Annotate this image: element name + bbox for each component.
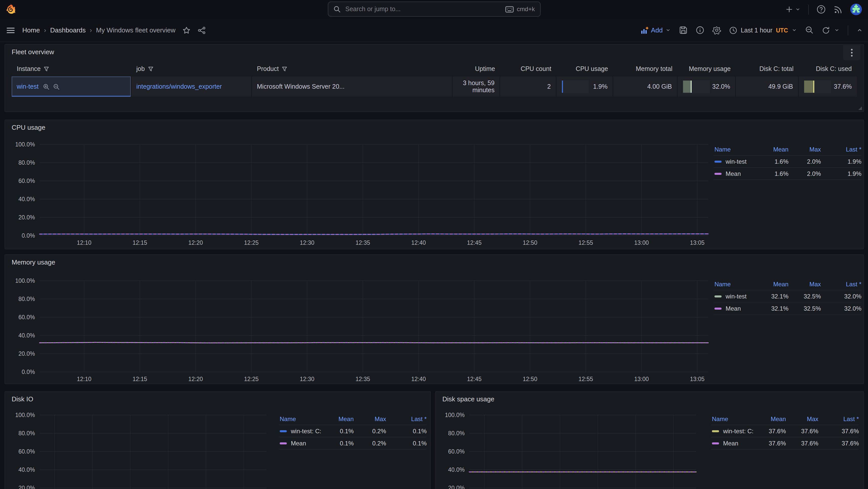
filter-icon[interactable] xyxy=(44,66,50,72)
column-header-product[interactable]: Product xyxy=(252,61,453,77)
legend-header-mean[interactable]: Mean xyxy=(756,146,788,153)
timezone-label: UTC xyxy=(776,27,788,33)
legend-header: Name Mean Max Last * xyxy=(279,413,427,425)
column-header-memory-usage[interactable]: Memory usage xyxy=(678,61,736,77)
breadcrumb-home[interactable]: Home xyxy=(22,26,40,34)
series-name[interactable]: Mean xyxy=(723,439,738,447)
legend-row[interactable]: Mean 1.6% 2.0% 1.9% xyxy=(713,168,861,180)
breadcrumb-dashboards[interactable]: Dashboards xyxy=(50,26,86,34)
svg-text:60.0%: 60.0% xyxy=(19,314,35,320)
zoom-out-icon[interactable] xyxy=(53,83,60,90)
instance-link[interactable]: win-test xyxy=(17,83,38,90)
breadcrumb-separator: › xyxy=(90,26,92,34)
grafana-logo-icon[interactable] xyxy=(5,3,17,16)
legend-row[interactable]: win-test: C: 37.6% 37.6% 37.6% xyxy=(711,425,859,437)
disk-space-usage-chart[interactable]: 0.0%20.0%40.0%60.0%80.0%100.0%12:1012:20… xyxy=(436,412,704,489)
mega-menu-icon[interactable] xyxy=(6,26,15,35)
job-link[interactable]: integrations/windows_exporter xyxy=(136,83,222,90)
memory-usage-chart[interactable]: 0.0%20.0%40.0%60.0%80.0%100.0%12:1012:15… xyxy=(6,278,715,384)
series-name[interactable]: Mean xyxy=(725,170,741,177)
refresh-button[interactable] xyxy=(822,26,840,34)
column-header-uptime[interactable]: Uptime xyxy=(453,61,500,77)
dashboard-insights-icon[interactable] xyxy=(696,26,704,34)
svg-text:12:55: 12:55 xyxy=(579,239,593,246)
svg-text:13:05: 13:05 xyxy=(690,376,705,382)
time-range-label: Last 1 hour xyxy=(741,27,773,34)
series-name[interactable]: win-test: C: xyxy=(291,427,321,434)
series-max: 2.0% xyxy=(788,170,821,177)
legend-header-max[interactable]: Max xyxy=(788,146,821,153)
legend-header-max[interactable]: Max xyxy=(354,415,386,422)
zoom-out-time-icon[interactable] xyxy=(805,26,814,34)
legend-header-max[interactable]: Max xyxy=(788,280,821,287)
column-header-instance[interactable]: Instance xyxy=(12,61,131,77)
legend-row[interactable]: Mean 32.1% 32.5% 32.0% xyxy=(713,303,861,315)
legend-header-name[interactable]: Name xyxy=(711,415,753,422)
breadcrumb-separator: › xyxy=(44,26,46,34)
legend-row[interactable]: win-test: C: 0.1% 0.2% 0.1% xyxy=(279,425,427,437)
panel-resize-handle[interactable] xyxy=(858,106,862,110)
series-swatch xyxy=(712,442,719,444)
disk-io-chart[interactable]: 0.0%20.0%40.0%60.0%80.0%100.0%12:1012:20… xyxy=(6,412,275,489)
series-name[interactable]: win-test xyxy=(725,158,747,165)
column-label: Memory total xyxy=(636,65,673,72)
legend-row[interactable]: Mean 0.1% 0.2% 0.1% xyxy=(279,437,427,450)
column-label: Product xyxy=(257,65,279,72)
search-shortcut: cmd+k xyxy=(505,6,535,13)
news-rss-icon[interactable] xyxy=(834,5,843,14)
series-name[interactable]: Mean xyxy=(291,439,306,447)
svg-text:12:50: 12:50 xyxy=(523,239,537,246)
legend-header-mean[interactable]: Mean xyxy=(756,280,788,287)
cpu-usage-value: 1.9% xyxy=(593,83,608,90)
global-search[interactable]: cmd+k xyxy=(328,2,540,17)
legend-header-mean[interactable]: Mean xyxy=(321,415,354,422)
share-icon[interactable] xyxy=(198,26,206,34)
filter-icon[interactable] xyxy=(282,66,287,72)
collapse-toolbar-chevron-up-icon[interactable] xyxy=(856,27,863,33)
svg-text:100.0%: 100.0% xyxy=(15,278,35,284)
favorite-star-icon[interactable] xyxy=(183,26,191,34)
save-dashboard-icon[interactable] xyxy=(679,26,688,34)
panel-menu-kebab-icon[interactable] xyxy=(843,45,860,60)
column-header-job[interactable]: job xyxy=(131,61,252,77)
legend-header-last[interactable]: Last * xyxy=(386,415,427,422)
legend-header-name[interactable]: Name xyxy=(279,415,321,422)
dashboard-settings-gear-icon[interactable] xyxy=(712,26,721,34)
legend-header-last[interactable]: Last * xyxy=(821,146,861,153)
memory-usage-value: 32.0% xyxy=(712,83,730,90)
time-range-picker[interactable]: Last 1 hour UTC xyxy=(729,26,797,34)
zoom-in-icon[interactable] xyxy=(43,83,50,90)
avatar-alien-icon xyxy=(850,4,862,15)
help-icon[interactable] xyxy=(816,5,826,14)
instance-cell[interactable]: win-test xyxy=(12,77,131,97)
new-button[interactable] xyxy=(785,6,801,13)
column-header-cpu-count[interactable]: CPU count xyxy=(500,61,556,77)
user-avatar[interactable] xyxy=(850,4,862,15)
legend-row[interactable]: Mean 37.6% 37.6% 37.6% xyxy=(711,437,859,450)
column-header-disk-used[interactable]: Disk C: used xyxy=(799,61,857,77)
svg-text:0.0%: 0.0% xyxy=(22,369,35,375)
search-input[interactable] xyxy=(344,5,501,13)
top-bar: cmd+k xyxy=(0,0,868,19)
column-header-disk-total[interactable]: Disk C: total xyxy=(736,61,799,77)
legend-row[interactable]: win-test 32.1% 32.5% 32.0% xyxy=(713,291,861,303)
series-name[interactable]: Mean xyxy=(725,305,741,312)
legend-header-name[interactable]: Name xyxy=(713,280,756,287)
legend-header-name[interactable]: Name xyxy=(713,146,756,153)
filter-icon[interactable] xyxy=(148,66,153,72)
series-name[interactable]: win-test: C: xyxy=(723,427,753,434)
column-header-memory-total[interactable]: Memory total xyxy=(613,61,678,77)
legend-row[interactable]: win-test 1.6% 2.0% 1.9% xyxy=(713,156,861,168)
cpu-usage-chart[interactable]: 0.0%20.0%40.0%60.0%80.0%100.0%12:1012:15… xyxy=(6,142,715,248)
job-cell[interactable]: integrations/windows_exporter xyxy=(131,77,252,97)
legend-header-last[interactable]: Last * xyxy=(818,415,859,422)
memory-total-value: 4.00 GiB xyxy=(647,83,672,90)
series-name[interactable]: win-test xyxy=(725,293,747,300)
column-header-cpu-usage[interactable]: CPU usage xyxy=(556,61,613,77)
legend-header-max[interactable]: Max xyxy=(786,415,818,422)
series-mean: 0.1% xyxy=(321,427,354,434)
add-button[interactable]: Add xyxy=(640,26,671,34)
legend-header-mean[interactable]: Mean xyxy=(753,415,786,422)
legend-header-last[interactable]: Last * xyxy=(821,280,861,287)
svg-text:80.0%: 80.0% xyxy=(448,430,465,436)
